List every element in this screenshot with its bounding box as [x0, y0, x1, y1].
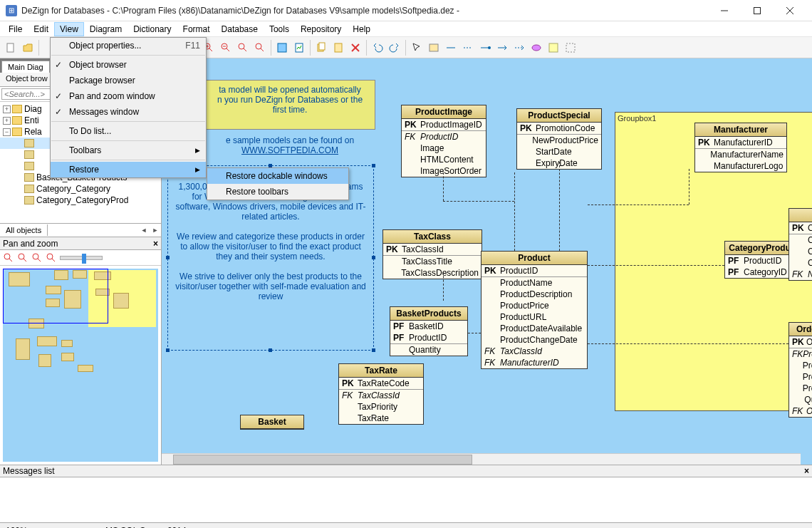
menu-restore-toolbars[interactable]: Restore toolbars: [207, 184, 348, 200]
group-tool-icon[interactable]: [563, 40, 578, 56]
maximize-button[interactable]: [741, 0, 774, 21]
note-link: e sample models can be found on WWW.SOFT…: [204, 135, 375, 155]
menu-object-properties[interactable]: Object properties...F11: [51, 38, 206, 53]
entity-order[interactable]: Orde PKOrdFKProdProdProdProdQuaFKOrd: [788, 322, 812, 418]
menu-view[interactable]: View: [54, 22, 84, 36]
relation2-icon[interactable]: [460, 40, 476, 56]
zoom-fit-icon[interactable]: [235, 40, 251, 56]
menu-pan-zoom[interactable]: ✓Pan and zoom window: [51, 88, 206, 104]
groupbox-label: Groupbox1: [618, 114, 656, 123]
svg-point-37: [33, 254, 38, 259]
entity-taxclass[interactable]: TaxClass PKTaxClassIdTaxClassTitleTaxCla…: [382, 229, 482, 279]
menu-package-browser[interactable]: Package browser: [51, 73, 206, 88]
svg-rect-31: [549, 43, 558, 52]
note-box[interactable]: ta model will be opened automatically n …: [204, 80, 375, 130]
menu-toolbars[interactable]: Toolbars▶: [51, 143, 206, 158]
pz-zoom-out-icon[interactable]: [17, 252, 28, 264]
entity-productspecial[interactable]: ProductSpecial PKPromotionCodeNewProduct…: [516, 108, 602, 170]
tree-relationships[interactable]: Rela: [24, 127, 42, 137]
svg-rect-19: [319, 43, 325, 50]
entity-partial-right[interactable]: PKCCCCFKN: [788, 208, 812, 281]
menu-todo-list[interactable]: To Do list...: [51, 123, 206, 139]
tree-item[interactable]: Category_Category: [36, 184, 110, 194]
open-icon[interactable]: [20, 40, 36, 56]
validate-icon[interactable]: [274, 40, 290, 56]
canvas-scrollbar-h[interactable]: [162, 453, 801, 465]
panzoom-title: Pan and zoom: [3, 239, 58, 249]
entity-manufacturer[interactable]: Manufacturer PKManufacturerIDManufacture…: [694, 123, 787, 172]
svg-point-30: [532, 45, 541, 51]
app-icon: ⊞: [6, 5, 17, 16]
menu-restore-dockable[interactable]: Restore dockable windows: [207, 168, 348, 184]
pointer-icon[interactable]: [409, 40, 425, 56]
pz-zoom-fit-icon[interactable]: [31, 252, 43, 264]
redo-icon[interactable]: [387, 40, 402, 56]
all-objects-tab[interactable]: All objects: [0, 224, 48, 236]
pz-zoom-in-icon[interactable]: [3, 252, 14, 264]
svg-line-6: [209, 48, 212, 51]
entity-productimage[interactable]: ProductImage PKProductImageIDFKProductID…: [401, 105, 486, 177]
svg-rect-23: [430, 44, 438, 51]
menu-diagram[interactable]: Diagram: [84, 22, 127, 36]
delete-icon[interactable]: [348, 40, 363, 56]
close-button[interactable]: [774, 0, 806, 21]
report-icon[interactable]: [291, 40, 307, 56]
zoom-out-icon[interactable]: [218, 40, 234, 56]
note-tool-icon[interactable]: [546, 40, 561, 56]
entity-tool-icon[interactable]: [426, 40, 442, 56]
view-tool-icon[interactable]: [529, 40, 544, 56]
relation1-icon[interactable]: [443, 40, 459, 56]
messages-title: Messages list: [3, 466, 55, 476]
menu-format[interactable]: Format: [177, 22, 216, 36]
copy-icon[interactable]: [313, 40, 329, 56]
minimize-button[interactable]: [708, 0, 741, 21]
new-icon[interactable]: [3, 40, 19, 56]
zoom-slider[interactable]: [60, 256, 103, 260]
menu-file[interactable]: File: [3, 22, 28, 36]
menu-restore[interactable]: Restore▶: [51, 162, 206, 177]
svg-point-39: [47, 254, 53, 259]
menu-messages-window[interactable]: ✓Messages window: [51, 104, 206, 120]
main-diagram-tab[interactable]: Main Diag: [1, 61, 50, 73]
svg-line-13: [244, 48, 246, 51]
svg-rect-1: [754, 7, 761, 14]
tree-diagrams[interactable]: Diag: [24, 104, 42, 114]
tree-entities[interactable]: Enti: [24, 115, 39, 125]
svg-point-12: [239, 43, 244, 49]
tab-nav-right-icon[interactable]: ►: [150, 227, 161, 234]
menu-repository[interactable]: Repository: [295, 22, 347, 36]
pz-zoom-100-icon[interactable]: [46, 252, 57, 264]
svg-line-38: [38, 259, 41, 262]
restore-submenu: Restore dockable windows Restore toolbar…: [207, 167, 349, 200]
messages-list[interactable]: [0, 477, 812, 523]
relation5-icon[interactable]: [511, 40, 527, 56]
tree-item[interactable]: Category_CategoryProd: [36, 195, 128, 205]
entity-product[interactable]: Product PKProductIDProductNameProductDes…: [481, 251, 588, 369]
paste-icon[interactable]: [330, 40, 346, 56]
entity-basket[interactable]: Basket: [240, 415, 304, 430]
undo-icon[interactable]: [370, 40, 385, 56]
panzoom-minimap[interactable]: [0, 266, 161, 465]
entity-taxrate[interactable]: TaxRate PKTaxRateCodeFKTaxClassIdTaxPrio…: [338, 363, 424, 425]
tab-nav-left-icon[interactable]: ◄: [138, 227, 150, 234]
svg-line-40: [52, 259, 55, 262]
menu-help[interactable]: Help: [347, 22, 376, 36]
relation3-icon[interactable]: [477, 40, 493, 56]
entity-basketproducts[interactable]: BasketProducts PFBasketIDPFProductIDQuan…: [390, 306, 468, 356]
menu-edit[interactable]: Edit: [28, 22, 54, 36]
svg-rect-4: [7, 43, 14, 52]
menu-object-browser[interactable]: ✓Object browser: [51, 57, 206, 73]
zoom-region-icon[interactable]: [252, 40, 268, 56]
object-browser-tab[interactable]: Object brow: [0, 73, 54, 86]
menu-tools[interactable]: Tools: [264, 22, 295, 36]
panzoom-close-icon[interactable]: ×: [153, 239, 158, 249]
diagram-canvas[interactable]: Groupbox1 ta model will be opened automa…: [162, 58, 812, 465]
menu-database[interactable]: Database: [216, 22, 264, 36]
svg-line-15: [261, 48, 264, 51]
relation4-icon[interactable]: [494, 40, 510, 56]
messages-close-icon[interactable]: ×: [804, 466, 809, 476]
menu-dictionary[interactable]: Dictionary: [127, 22, 177, 36]
svg-line-34: [9, 259, 12, 262]
window-title: DeZign for Databases - C:\Program Files …: [21, 6, 708, 16]
svg-line-10: [227, 48, 229, 51]
